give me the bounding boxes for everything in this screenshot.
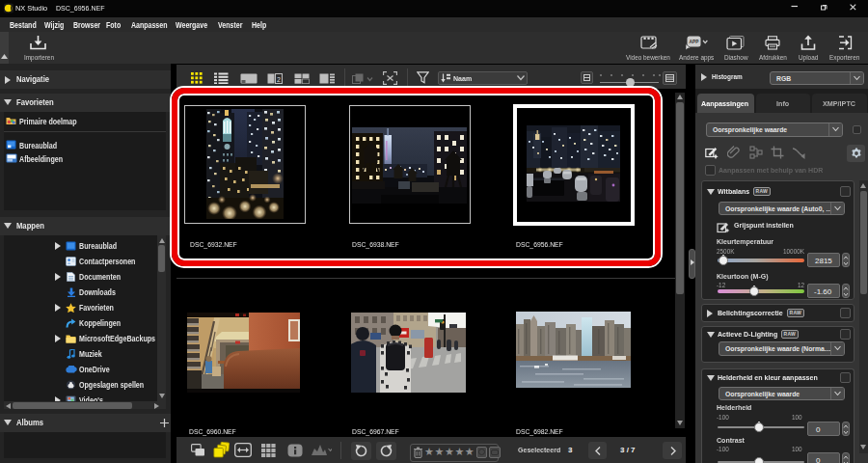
svg-text:2: 2 [277,75,281,82]
svg-text:APP: APP [690,40,700,44]
